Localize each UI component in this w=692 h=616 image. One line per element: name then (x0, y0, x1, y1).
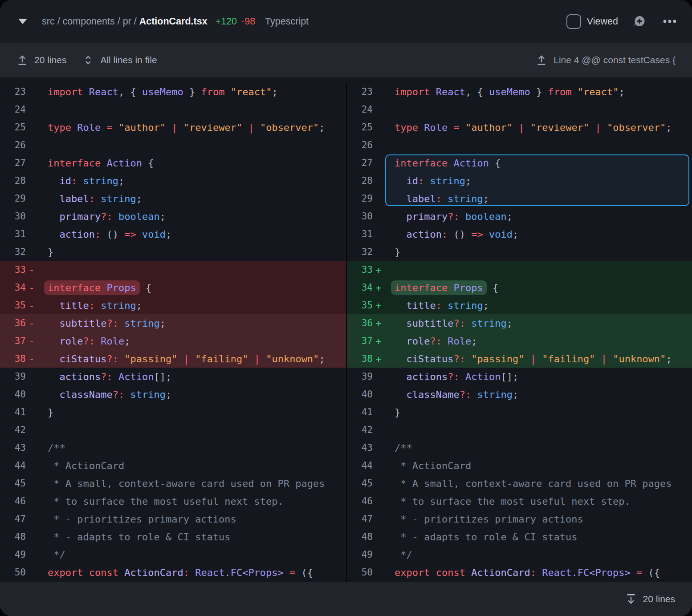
diff-sign: + (373, 300, 384, 311)
line-number: 32 (0, 247, 26, 257)
line-number: 31 (0, 229, 26, 239)
diff-row-left-38: 38- ciStatus?: "passing" | "failing" | "… (0, 350, 346, 368)
code-line: import React, { useMemo } from "react"; (384, 86, 625, 97)
diff-row-left-39: 39 actions?: Action[]; (0, 368, 346, 385)
line-number: 50 (0, 567, 26, 578)
code-line: subtitle?: string; (384, 318, 513, 329)
expand-up-icon (536, 54, 547, 66)
code-line: /** (37, 442, 65, 454)
split-diff: 23import React, { useMemo } from "react"… (0, 77, 692, 582)
code-line: ciStatus?: "passing" | "failing" | "unkn… (37, 353, 325, 365)
diff-row-left-32: 32} (0, 243, 346, 261)
diff-row-left-25: 25type Role = "author" | "reviewer" | "o… (0, 118, 346, 136)
diff-row-right-24: 24 (347, 101, 692, 118)
diff-row-right-32: 32} (347, 243, 692, 261)
viewed-checkbox[interactable] (566, 14, 581, 29)
diff-sign: + (373, 264, 384, 276)
diff-row-left-41: 41} (0, 403, 346, 421)
line-number: 26 (347, 140, 373, 150)
diff-row-left-30: 30 primary?: boolean; (0, 207, 346, 225)
line-number: 46 (347, 496, 373, 507)
line-number: 37 (347, 336, 373, 346)
diff-sign: + (373, 282, 384, 293)
code-line: export const ActionCard: React.FC<Props>… (37, 567, 313, 578)
diff-row-right-36: 36+ subtitle?: string; (347, 314, 692, 332)
add-comment-button[interactable] (632, 14, 647, 28)
code-line: * A small, context-aware card used on PR… (384, 478, 672, 489)
diff-row-right-47: 47 * - prioritizes primary actions (347, 510, 692, 528)
hunk-header-label: Line 4 @@ const testCases { (554, 55, 676, 65)
line-number: 37 (0, 336, 26, 346)
expand-down-icon (625, 593, 637, 605)
diff-sign: + (373, 336, 384, 347)
diff-row-right-48: 48 * - adapts to role & CI status (347, 528, 692, 546)
line-number: 38 (0, 353, 26, 364)
diff-sign: + (373, 353, 384, 365)
code-line: subtitle?: string; (37, 318, 166, 329)
deletions-count: -98 (241, 16, 255, 27)
line-number: 42 (347, 425, 373, 435)
code-line: ciStatus?: "passing" | "failing" | "unkn… (384, 353, 672, 365)
diff-row-right-39: 39 actions?: Action[]; (347, 368, 692, 385)
line-number: 23 (347, 86, 373, 97)
code-line: interface Props { (384, 282, 498, 293)
code-line: type Role = "author" | "reviewer" | "obs… (37, 122, 325, 133)
code-line: title: string; (37, 300, 142, 311)
code-line: * to surface the most useful next step. (384, 496, 631, 507)
collapse-file-button[interactable] (17, 16, 28, 27)
diff-row-right-46: 46 * to surface the most useful next ste… (347, 492, 692, 510)
line-number: 25 (0, 122, 26, 133)
expand-all-lines-button[interactable]: All lines in file (82, 54, 157, 66)
code-line: action: () => void; (37, 229, 171, 240)
expand-down-20-button[interactable]: 20 lines (625, 593, 675, 605)
diff-sign: - (26, 264, 37, 276)
line-number: 43 (0, 442, 26, 453)
line-number: 44 (0, 460, 26, 471)
code-line: * - prioritizes primary actions (37, 514, 236, 525)
overflow-menu-icon (661, 14, 679, 28)
code-line: export const ActionCard: React.FC<Props>… (384, 567, 660, 578)
line-number: 33 (347, 264, 373, 275)
diff-row-right-31: 31 action: () => void; (347, 225, 692, 243)
code-line: interface Action { (384, 158, 501, 169)
line-number: 29 (0, 193, 26, 204)
code-line: primary?: boolean; (37, 211, 166, 222)
diff-sign: - (26, 336, 37, 347)
code-line: actions?: Action[]; (37, 371, 171, 382)
expand-up-20-button[interactable]: 20 lines (16, 54, 66, 66)
diff-row-right-41: 41} (347, 403, 692, 421)
line-number: 24 (347, 104, 373, 115)
code-line: role?: Role; (37, 336, 130, 347)
line-number: 43 (347, 442, 373, 453)
diff-row-left-36: 36- subtitle?: string; (0, 314, 346, 332)
diff-sign: - (26, 282, 37, 293)
overflow-menu-button[interactable] (661, 14, 679, 28)
line-number: 35 (0, 300, 26, 311)
code-line: id: string; (384, 175, 471, 186)
header-actions: Viewed (566, 14, 679, 29)
file-header: src / components / pr / ActionCard.tsx +… (0, 0, 692, 43)
expand-lines-label: 20 lines (34, 55, 66, 65)
line-number: 49 (0, 549, 26, 560)
diff-row-left-29: 29 label: string; (0, 190, 346, 207)
line-number: 45 (0, 478, 26, 489)
line-number: 42 (0, 425, 26, 435)
breadcrumb-path: src / components / pr / (42, 16, 139, 27)
line-number: 26 (0, 140, 26, 150)
line-number: 27 (347, 158, 373, 168)
code-line: title: string; (384, 300, 489, 311)
all-lines-label: All lines in file (100, 55, 157, 65)
diff-row-right-44: 44 * ActionCard (347, 457, 692, 474)
line-number: 28 (347, 175, 373, 186)
diff-row-right-33: 33+ (347, 261, 692, 279)
expand-up-icon (16, 54, 28, 66)
caret-down-icon (18, 19, 27, 24)
code-line: /** (384, 442, 412, 454)
expand-hunk-button[interactable]: Line 4 @@ const testCases { (536, 54, 676, 66)
unfold-icon (82, 54, 94, 66)
expand-footer: 20 lines (0, 582, 692, 616)
code-line: * to surface the most useful next step. (37, 496, 284, 507)
diff-row-left-31: 31 action: () => void; (0, 225, 346, 243)
line-number: 44 (347, 460, 373, 471)
code-line: * ActionCard (384, 460, 471, 471)
